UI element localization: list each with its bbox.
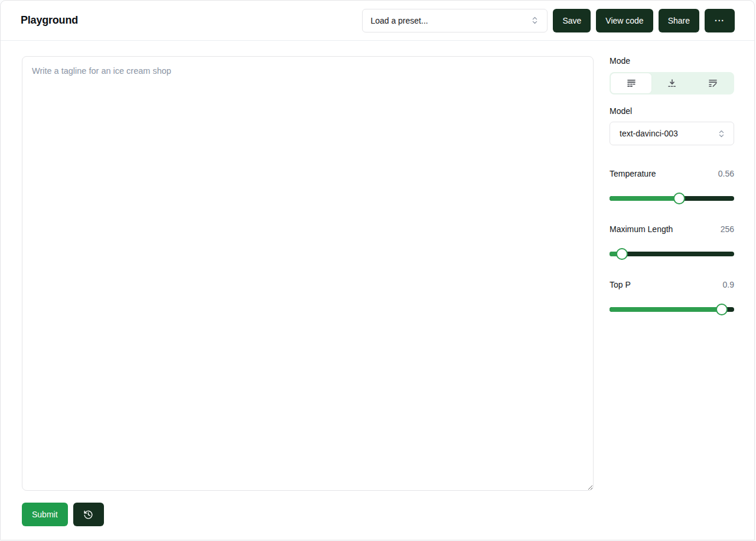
page-title: Playground bbox=[21, 14, 78, 27]
history-icon bbox=[83, 510, 93, 520]
complete-mode-icon bbox=[626, 78, 637, 89]
chevrons-up-down-icon bbox=[717, 129, 726, 138]
mode-toggle-group bbox=[610, 72, 734, 94]
view-code-button[interactable]: View code bbox=[596, 9, 653, 32]
slider-track bbox=[610, 252, 734, 256]
playground-app: Playground Load a preset... Save View co… bbox=[0, 0, 755, 540]
maximum-length-value: 256 bbox=[721, 224, 734, 234]
insert-mode-icon bbox=[667, 78, 677, 89]
more-options-button[interactable]: ··· bbox=[705, 9, 735, 32]
maximum-length-setting: Maximum Length 256 bbox=[610, 224, 734, 260]
top-p-label: Top P bbox=[610, 280, 631, 289]
prompt-textarea[interactable] bbox=[22, 56, 594, 491]
top-p-setting: Top P 0.9 bbox=[610, 280, 734, 315]
top-p-slider[interactable] bbox=[610, 304, 734, 315]
temperature-slider[interactable] bbox=[610, 193, 734, 204]
chevrons-up-down-icon bbox=[530, 16, 539, 25]
mode-label: Mode bbox=[610, 56, 734, 66]
settings-sidebar: Mode bbox=[610, 56, 734, 526]
maximum-length-label: Maximum Length bbox=[610, 224, 673, 234]
slider-fill bbox=[610, 307, 722, 312]
main-content: Submit Mode bbox=[1, 41, 754, 541]
editor-footer: Submit bbox=[22, 503, 594, 526]
edit-mode-icon bbox=[708, 78, 718, 89]
save-button[interactable]: Save bbox=[553, 9, 591, 32]
temperature-label: Temperature bbox=[610, 169, 656, 178]
submit-button[interactable]: Submit bbox=[22, 503, 68, 526]
model-label: Model bbox=[610, 106, 734, 116]
top-p-value: 0.9 bbox=[723, 280, 734, 289]
header: Playground Load a preset... Save View co… bbox=[1, 1, 754, 41]
slider-thumb[interactable] bbox=[673, 193, 685, 204]
header-actions: Load a preset... Save View code Share ··… bbox=[362, 9, 735, 32]
mode-complete-toggle[interactable] bbox=[611, 73, 651, 93]
history-button[interactable] bbox=[73, 503, 104, 526]
temperature-setting: Temperature 0.56 bbox=[610, 169, 734, 204]
share-button[interactable]: Share bbox=[659, 9, 699, 32]
load-preset-placeholder: Load a preset... bbox=[370, 16, 428, 25]
model-select-value: text-davinci-003 bbox=[620, 129, 678, 138]
temperature-value: 0.56 bbox=[718, 169, 734, 178]
editor-column: Submit bbox=[22, 56, 594, 526]
model-select[interactable]: text-davinci-003 bbox=[610, 122, 734, 145]
load-preset-select[interactable]: Load a preset... bbox=[362, 9, 548, 32]
slider-thumb[interactable] bbox=[616, 248, 628, 260]
slider-fill bbox=[610, 196, 679, 201]
mode-insert-toggle[interactable] bbox=[651, 73, 692, 93]
mode-edit-toggle[interactable] bbox=[692, 73, 733, 93]
maximum-length-slider[interactable] bbox=[610, 248, 734, 260]
slider-thumb[interactable] bbox=[716, 304, 728, 315]
